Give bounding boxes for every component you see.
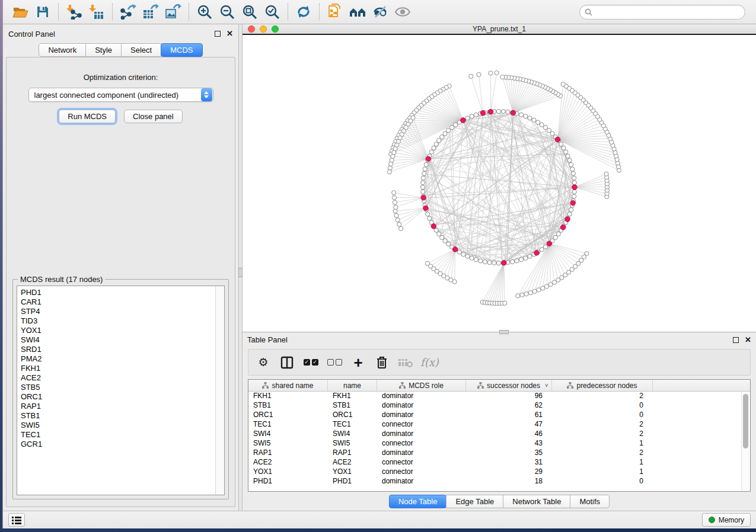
column-header-name[interactable]: name	[328, 380, 377, 391]
graph-node[interactable]	[421, 176, 425, 180]
graph-leaf-node[interactable]	[604, 172, 608, 176]
graph-node[interactable]	[566, 154, 570, 158]
column-header-predecessor-nodes[interactable]: predecessor nodes	[552, 380, 653, 391]
graph-leaf-node[interactable]	[585, 251, 589, 255]
vertical-splitter[interactable]	[238, 24, 243, 511]
graph-node[interactable]	[446, 242, 451, 246]
graph-node[interactable]	[567, 212, 572, 216]
column-header-successor-nodes[interactable]: successor nodesv	[466, 380, 552, 391]
graph-node[interactable]	[446, 129, 451, 133]
mcds-result-item[interactable]: STB1	[21, 411, 224, 421]
table-row[interactable]: PHD1PHD1dominator180	[248, 477, 750, 486]
graph-node[interactable]	[483, 259, 487, 264]
graph-leaf-node[interactable]	[477, 72, 481, 76]
float-table-panel-icon[interactable]	[733, 337, 739, 343]
mcds-result-item[interactable]: PHD1	[21, 288, 224, 297]
graph-leaf-node[interactable]	[395, 218, 400, 222]
graph-leaf-node[interactable]	[392, 196, 396, 200]
graph-leaf-node[interactable]	[489, 71, 493, 75]
graph-dominator-node[interactable]	[534, 251, 539, 255]
import-table-button[interactable]	[85, 2, 108, 22]
graph-node[interactable]	[492, 261, 496, 265]
graph-leaf-node[interactable]	[392, 191, 396, 195]
graph-node[interactable]	[540, 123, 544, 127]
graph-leaf-node[interactable]	[524, 292, 528, 296]
graph-node[interactable]	[443, 132, 447, 136]
graph-node[interactable]	[487, 261, 492, 265]
close-panel-icon[interactable]: ✕	[227, 31, 233, 37]
table-row[interactable]: SWI5SWI5connector431	[248, 439, 750, 448]
zoom-in-button[interactable]	[193, 2, 216, 22]
mcds-result-item[interactable]: SWI5	[21, 421, 224, 430]
graph-node[interactable]	[432, 146, 436, 150]
open-session-button[interactable]	[9, 2, 31, 22]
graph-dominator-node[interactable]	[511, 110, 515, 115]
graph-dominator-node[interactable]	[452, 247, 457, 252]
table-options-button[interactable]: ⚙	[254, 353, 272, 372]
export-image-button[interactable]	[162, 2, 184, 22]
tab-edge-table[interactable]: Edge Table	[446, 495, 503, 508]
graph-node[interactable]	[547, 129, 551, 133]
graph-leaf-node[interactable]	[452, 280, 457, 284]
graph-node[interactable]	[426, 212, 430, 216]
graph-leaf-node[interactable]	[388, 166, 392, 170]
table-row[interactable]: RAP1RAP1dominator352	[248, 448, 750, 458]
mcds-result-item[interactable]: TID3	[21, 316, 224, 326]
graph-dominator-node[interactable]	[423, 206, 428, 210]
graph-leaf-node[interactable]	[500, 75, 505, 79]
graph-node[interactable]	[559, 142, 563, 146]
memory-button[interactable]: Memory	[702, 513, 751, 527]
close-window-icon[interactable]	[248, 25, 255, 33]
graph-node[interactable]	[457, 250, 461, 254]
tab-network[interactable]: Network	[39, 43, 86, 57]
table-row[interactable]: YOX1YOX1connector291	[248, 467, 750, 477]
graph-node[interactable]	[479, 259, 483, 263]
graph-leaf-node[interactable]	[561, 82, 565, 86]
graph-node[interactable]	[570, 167, 575, 171]
graph-dominator-node[interactable]	[461, 118, 465, 123]
graph-leaf-node[interactable]	[387, 170, 391, 174]
result-list-scrollbar[interactable]	[215, 286, 224, 495]
graph-leaf-node[interactable]	[495, 70, 499, 75]
graph-node[interactable]	[423, 167, 427, 171]
task-history-button[interactable]	[8, 513, 25, 527]
export-table-button[interactable]	[139, 2, 162, 22]
graph-dominator-node[interactable]	[426, 156, 430, 161]
table-row[interactable]: ORC1ORC1dominator610	[248, 411, 750, 420]
graph-node[interactable]	[524, 256, 528, 260]
deselect-all-button[interactable]	[326, 353, 343, 372]
mcds-result-item[interactable]: CAR1	[21, 297, 224, 307]
mcds-result-item[interactable]: SRD1	[21, 345, 224, 354]
graph-node[interactable]	[501, 110, 505, 114]
table-scrollbar[interactable]	[741, 392, 749, 491]
graph-leaf-node[interactable]	[390, 158, 394, 162]
refresh-view-button[interactable]	[292, 2, 315, 22]
graph-leaf-node[interactable]	[503, 301, 507, 305]
graph-node[interactable]	[465, 116, 470, 120]
save-session-button[interactable]	[31, 2, 54, 22]
graph-node[interactable]	[454, 123, 458, 127]
graph-node[interactable]	[440, 235, 444, 239]
graph-node[interactable]	[532, 118, 536, 122]
splitter-handle[interactable]	[238, 268, 243, 277]
graph-node[interactable]	[496, 109, 500, 113]
graph-node[interactable]	[450, 126, 454, 130]
graph-node[interactable]	[543, 245, 547, 249]
graph-dominator-node[interactable]	[431, 224, 436, 229]
graph-node[interactable]	[572, 190, 576, 194]
mcds-result-item[interactable]: ORC1	[21, 392, 224, 402]
graph-leaf-node[interactable]	[469, 74, 473, 78]
column-header-MCDS-role[interactable]: MCDS role	[377, 380, 466, 391]
delete-column-button[interactable]	[373, 353, 391, 372]
tab-select[interactable]: Select	[121, 43, 161, 57]
maximize-window-icon[interactable]	[272, 25, 279, 33]
graph-node[interactable]	[474, 113, 478, 117]
graph-node[interactable]	[562, 146, 566, 150]
graph-dominator-node[interactable]	[488, 110, 493, 114]
table-scrollbar-thumb[interactable]	[743, 394, 748, 448]
graph-node[interactable]	[572, 194, 576, 198]
graph-node[interactable]	[437, 232, 441, 236]
graph-node[interactable]	[474, 258, 478, 262]
tab-motifs[interactable]: Motifs	[570, 495, 610, 508]
graph-node[interactable]	[440, 135, 444, 139]
